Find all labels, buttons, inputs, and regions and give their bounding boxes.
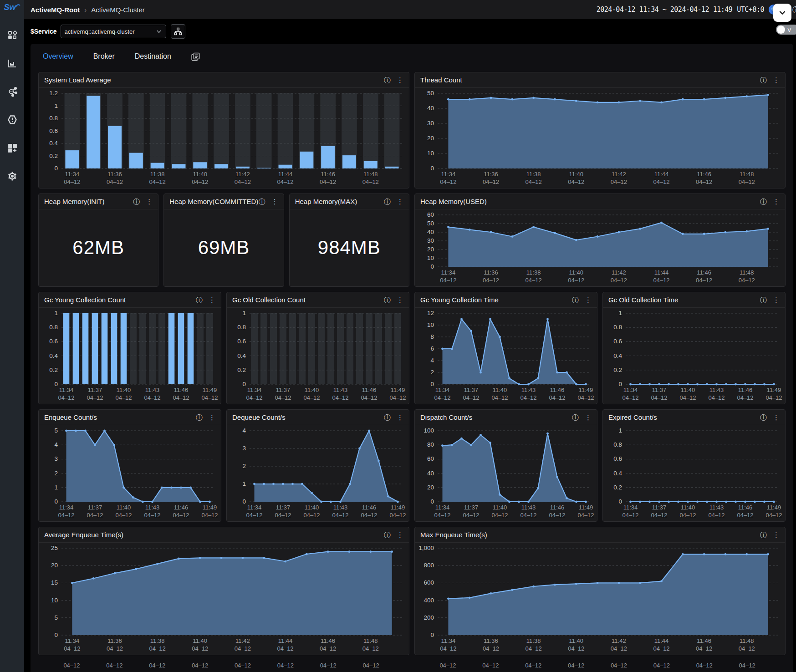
chart-panel: Expired Count/sⓘ⋮00.20.40.60.8111:3404–1… bbox=[602, 409, 786, 522]
chart-canvas[interactable]: 00.20.40.60.811.211:3404–1211:3604–1211:… bbox=[39, 88, 409, 188]
kebab-menu-icon[interactable]: ⋮ bbox=[773, 76, 780, 83]
kebab-menu-icon[interactable]: ⋮ bbox=[585, 414, 592, 421]
svg-text:04–12: 04–12 bbox=[201, 394, 218, 401]
kebab-menu-icon[interactable]: ⋮ bbox=[773, 198, 780, 205]
info-icon[interactable]: ⓘ bbox=[572, 414, 579, 421]
svg-text:40: 40 bbox=[427, 229, 434, 235]
kebab-menu-icon[interactable]: ⋮ bbox=[397, 531, 403, 538]
svg-text:11:46: 11:46 bbox=[174, 387, 189, 393]
sidebar-item-alarm[interactable] bbox=[6, 114, 18, 126]
kebab-menu-icon[interactable]: ⋮ bbox=[397, 414, 403, 421]
kebab-menu-icon[interactable]: ⋮ bbox=[146, 198, 153, 205]
svg-text:11:43: 11:43 bbox=[709, 504, 724, 511]
tab-destination[interactable]: Destination bbox=[135, 52, 171, 61]
info-icon[interactable]: ⓘ bbox=[133, 198, 140, 205]
kebab-menu-icon[interactable]: ⋮ bbox=[209, 414, 215, 421]
svg-text:04–12: 04–12 bbox=[737, 394, 753, 401]
chart-canvas[interactable]: 0123411:3404–1211:3704–1211:4004–1211:43… bbox=[227, 425, 409, 521]
breadcrumb-root[interactable]: ActiveMQ-Root bbox=[31, 6, 80, 14]
svg-text:0: 0 bbox=[430, 381, 434, 387]
svg-text:6: 6 bbox=[430, 345, 434, 352]
svg-text:15: 15 bbox=[51, 579, 58, 586]
svg-text:11:46: 11:46 bbox=[362, 387, 377, 393]
view-toggle[interactable]: V bbox=[776, 25, 796, 35]
svg-text:04–12: 04–12 bbox=[765, 394, 782, 401]
chart-canvas[interactable]: 01234511:3404–1211:3704–1211:4004–1211:4… bbox=[39, 425, 221, 521]
tab-broker[interactable]: Broker bbox=[93, 52, 115, 61]
info-icon[interactable]: ⓘ bbox=[196, 414, 203, 421]
kebab-menu-icon[interactable]: ⋮ bbox=[271, 198, 278, 205]
kebab-menu-icon[interactable]: ⋮ bbox=[585, 296, 592, 303]
kebab-menu-icon[interactable]: ⋮ bbox=[773, 296, 780, 303]
info-icon[interactable]: ⓘ bbox=[384, 198, 391, 205]
kebab-menu-icon[interactable]: ⋮ bbox=[773, 531, 780, 538]
skywalking-logo[interactable]: Sw bbox=[4, 3, 20, 16]
info-icon[interactable]: ⓘ bbox=[384, 296, 391, 303]
service-topology-button[interactable] bbox=[171, 24, 185, 39]
chart-canvas[interactable]: 0102030405011:3404–1211:3604–1211:3804–1… bbox=[415, 88, 785, 188]
svg-text:04–12: 04–12 bbox=[434, 394, 450, 401]
svg-text:0.2: 0.2 bbox=[49, 153, 58, 159]
svg-text:04–12: 04–12 bbox=[708, 512, 725, 519]
info-icon[interactable]: ⓘ bbox=[760, 76, 767, 83]
kebab-menu-icon[interactable]: ⋮ bbox=[773, 414, 780, 421]
kebab-menu-icon[interactable]: ⋮ bbox=[209, 296, 215, 303]
svg-text:11:44: 11:44 bbox=[654, 171, 669, 178]
chart-canvas[interactable]: 02468101211:3404–1211:3704–1211:4004–121… bbox=[415, 308, 597, 403]
info-icon[interactable]: ⓘ bbox=[384, 76, 391, 83]
svg-text:11:40: 11:40 bbox=[493, 504, 507, 511]
sidebar-item-widgets[interactable] bbox=[6, 142, 18, 154]
info-icon[interactable]: ⓘ bbox=[760, 531, 767, 538]
info-icon[interactable]: ⓘ bbox=[259, 198, 265, 205]
svg-text:3: 3 bbox=[54, 455, 58, 462]
panel-title: Enqueue Count/s bbox=[44, 413, 97, 421]
info-icon[interactable]: ⓘ bbox=[196, 296, 203, 303]
sidebar-item-metrics[interactable] bbox=[6, 57, 18, 69]
tab-overview[interactable]: Overview bbox=[43, 52, 73, 61]
svg-text:11:44: 11:44 bbox=[278, 637, 293, 644]
service-select[interactable]: activemq::activemq-cluster bbox=[61, 25, 166, 38]
info-icon[interactable]: ⓘ bbox=[792, 5, 796, 15]
svg-text:0.4: 0.4 bbox=[613, 352, 622, 359]
svg-text:20: 20 bbox=[427, 135, 434, 142]
info-icon[interactable]: ⓘ bbox=[760, 296, 767, 303]
svg-text:04–12: 04–12 bbox=[765, 512, 782, 519]
chart-canvas[interactable]: 00.20.40.60.8111:3404–1211:3704–1211:400… bbox=[227, 308, 409, 403]
info-icon[interactable]: ⓘ bbox=[384, 531, 391, 538]
svg-text:11:36: 11:36 bbox=[107, 171, 122, 178]
chart-canvas[interactable]: 02040608010011:3404–1211:3704–1211:4004–… bbox=[415, 425, 597, 521]
svg-text:11:40: 11:40 bbox=[681, 387, 695, 393]
svg-text:04–12: 04–12 bbox=[483, 277, 499, 284]
collapse-header-button[interactable] bbox=[773, 4, 791, 22]
time-range[interactable]: 2024-04-12 11:34 ~ 2024-04-12 11:49 bbox=[597, 5, 733, 14]
info-icon[interactable]: ⓘ bbox=[760, 198, 767, 205]
svg-text:04–12: 04–12 bbox=[463, 394, 479, 401]
kebab-menu-icon[interactable]: ⋮ bbox=[397, 296, 403, 303]
svg-text:11:37: 11:37 bbox=[88, 504, 102, 511]
info-icon[interactable]: ⓘ bbox=[760, 414, 767, 421]
info-icon[interactable]: ⓘ bbox=[384, 414, 391, 421]
sidebar-item-topology[interactable] bbox=[6, 86, 18, 97]
chart-canvas[interactable]: 051015202511:3404–1211:3604–1211:3804–12… bbox=[39, 543, 409, 654]
chart-canvas[interactable]: 02004006008001,00011:3404–1211:3604–1211… bbox=[415, 543, 785, 654]
svg-text:20: 20 bbox=[51, 562, 58, 569]
svg-text:11:37: 11:37 bbox=[652, 504, 667, 511]
chart-canvas[interactable]: 010203040506011:3404–1211:3604–1211:3804… bbox=[415, 209, 785, 286]
svg-text:04–12: 04–12 bbox=[58, 394, 74, 401]
sidebar-item-marketplace[interactable] bbox=[6, 29, 18, 41]
svg-text:11:34: 11:34 bbox=[65, 171, 80, 178]
info-icon[interactable]: ⓘ bbox=[572, 296, 579, 303]
breadcrumb-leaf[interactable]: ActiveMQ-Cluster bbox=[91, 6, 145, 14]
timezone-label[interactable]: UTC+8:0 bbox=[737, 5, 764, 14]
chart-canvas[interactable]: 00.20.40.60.8111:3404–1211:3704–1211:400… bbox=[39, 308, 221, 403]
svg-text:04–12: 04–12 bbox=[577, 394, 594, 401]
copy-dashboard-icon[interactable] bbox=[191, 52, 200, 61]
svg-text:0.2: 0.2 bbox=[613, 484, 622, 491]
svg-text:11:37: 11:37 bbox=[276, 504, 291, 511]
chart-canvas[interactable]: 00.20.40.60.8111:3404–1211:3704–1211:400… bbox=[603, 425, 785, 521]
svg-text:30: 30 bbox=[427, 120, 434, 127]
kebab-menu-icon[interactable]: ⋮ bbox=[397, 198, 403, 205]
chart-canvas[interactable]: 00.20.40.60.8111:3404–1211:3704–1211:400… bbox=[603, 308, 785, 403]
sidebar-item-settings[interactable] bbox=[6, 170, 18, 182]
kebab-menu-icon[interactable]: ⋮ bbox=[397, 76, 403, 83]
